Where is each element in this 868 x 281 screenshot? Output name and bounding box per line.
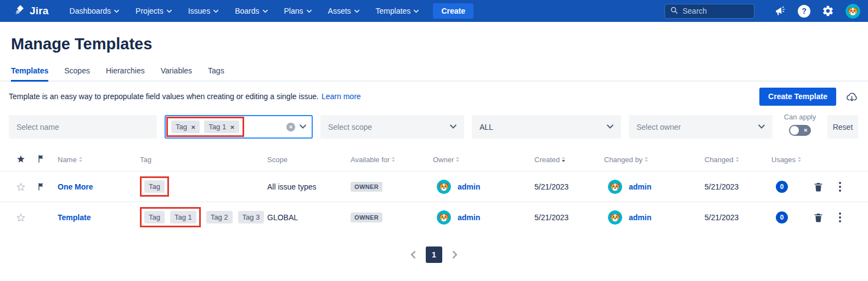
owner-avatar[interactable] — [437, 210, 451, 225]
owner-link[interactable]: admin — [458, 182, 480, 191]
name-filter-input[interactable] — [9, 115, 157, 139]
nav-item-plans[interactable]: Plans — [284, 7, 312, 15]
global-search[interactable] — [664, 4, 754, 19]
help-icon[interactable] — [798, 5, 810, 18]
sort-icon — [736, 157, 739, 162]
next-page-button[interactable] — [451, 251, 459, 259]
column-header-available-for[interactable]: Available for — [347, 156, 429, 164]
tag-chip: Tag 1 — [170, 211, 196, 223]
available-for-badge: OWNER — [351, 213, 382, 222]
kebab-menu-button[interactable] — [831, 213, 853, 222]
tab-tags[interactable]: Tags — [208, 66, 224, 82]
reset-button[interactable]: Reset — [827, 115, 858, 139]
remove-icon[interactable] — [230, 123, 234, 131]
table-header-row: Name Tag Scope Available for Owner Creat… — [0, 148, 868, 171]
scope-cell: All issue types — [263, 182, 347, 191]
owner-avatar[interactable] — [437, 180, 451, 194]
owner-filter-select[interactable]: Select owner — [629, 115, 773, 139]
tab-hierarchies[interactable]: Hierarchies — [106, 66, 145, 82]
available-for-badge: OWNER — [351, 182, 382, 192]
flag-icon[interactable] — [33, 182, 54, 192]
table-row: Template Tag Tag 1 Tag 2 Tag 3 GLOBAL OW… — [0, 202, 868, 232]
tag-chip-label: Tag 1 — [208, 123, 226, 131]
column-header-owner[interactable]: Owner — [429, 156, 531, 164]
sort-icon — [645, 157, 648, 162]
changed-cell: 5/21/2023 — [701, 182, 768, 191]
create-template-button[interactable]: Create Template — [759, 88, 836, 106]
column-header-usages[interactable]: Usages — [768, 156, 809, 164]
template-name-link[interactable]: One More — [58, 182, 93, 191]
changed-by-avatar[interactable] — [608, 180, 622, 194]
chevron-down-icon — [114, 7, 119, 15]
owner-filter-placeholder: Select owner — [636, 123, 681, 131]
nav-item-boards[interactable]: Boards — [235, 7, 267, 15]
tab-templates[interactable]: Templates — [11, 66, 48, 82]
learn-more-link[interactable]: Learn more — [322, 92, 361, 101]
column-header-changed[interactable]: Changed — [701, 156, 768, 164]
changed-by-link[interactable]: admin — [629, 182, 651, 191]
star-icon — [13, 154, 26, 165]
nav-item-assets[interactable]: Assets — [328, 7, 359, 15]
nav-item-label: Dashboards — [70, 7, 111, 15]
star-toggle-button[interactable] — [13, 182, 26, 192]
clear-icon[interactable] — [286, 123, 295, 131]
remove-icon[interactable] — [191, 123, 195, 131]
nav-item-label: Issues — [188, 7, 210, 15]
nav-item-templates[interactable]: Templates — [376, 7, 419, 15]
usages-badge[interactable]: 0 — [776, 211, 788, 223]
column-header-name[interactable]: Name — [54, 156, 136, 164]
previous-page-button[interactable] — [409, 251, 417, 259]
can-apply-toggle[interactable] — [789, 125, 811, 136]
create-button[interactable]: Create — [433, 3, 474, 19]
delete-button[interactable] — [809, 181, 831, 192]
usages-badge[interactable]: 0 — [776, 181, 788, 193]
tab-scopes[interactable]: Scopes — [64, 66, 90, 82]
user-avatar[interactable] — [846, 4, 860, 19]
toggle-x-icon — [803, 125, 808, 136]
chevron-down-icon — [213, 7, 218, 15]
pagination: 1 — [0, 246, 868, 263]
scope-filter-placeholder: Select scope — [328, 123, 372, 131]
kebab-menu-button[interactable] — [831, 182, 853, 192]
scope-filter-select[interactable]: Select scope — [320, 115, 464, 139]
chevron-down-icon — [607, 123, 613, 131]
chevron-down-icon — [450, 123, 456, 131]
can-apply-label: Can apply — [784, 113, 816, 121]
nav-item-label: Plans — [284, 7, 303, 15]
star-column-header[interactable] — [9, 154, 33, 165]
templates-table: Name Tag Scope Available for Owner Creat… — [0, 148, 868, 232]
nav-item-label: Assets — [328, 7, 351, 15]
created-cell: 5/21/2023 — [531, 213, 600, 222]
current-page-button[interactable]: 1 — [426, 246, 442, 263]
chevron-down-icon[interactable] — [300, 122, 306, 132]
changed-by-link[interactable]: admin — [629, 213, 651, 222]
tag-filter-select[interactable]: Tag Tag 1 — [165, 115, 313, 139]
nav-item-label: Boards — [235, 7, 259, 15]
chevron-down-icon — [758, 123, 765, 131]
search-input[interactable] — [683, 7, 743, 15]
tab-variables[interactable]: Variables — [161, 66, 192, 82]
nav-item-issues[interactable]: Issues — [188, 7, 218, 15]
tag-chip[interactable]: Tag 1 — [204, 121, 239, 133]
toggle-knob — [790, 126, 799, 135]
flag-column-header[interactable] — [33, 154, 54, 165]
column-header-changed-by[interactable]: Changed by — [600, 156, 701, 164]
cloud-download-icon[interactable] — [844, 90, 859, 103]
changed-by-avatar[interactable] — [608, 210, 622, 225]
delete-button[interactable] — [809, 212, 831, 223]
megaphone-icon[interactable] — [774, 5, 786, 17]
sort-icon — [456, 157, 459, 162]
tag-chip: Tag — [144, 211, 165, 223]
chevron-down-icon — [263, 7, 268, 15]
template-name-link[interactable]: Template — [58, 213, 91, 222]
jira-logo[interactable]: Jira — [14, 4, 49, 18]
nav-item-dashboards[interactable]: Dashboards — [70, 7, 120, 15]
owner-link[interactable]: admin — [458, 213, 480, 222]
column-header-created[interactable]: Created — [531, 156, 600, 164]
gear-icon[interactable] — [822, 5, 834, 17]
available-for-filter-select[interactable]: ALL — [472, 115, 621, 139]
star-toggle-button[interactable] — [13, 213, 26, 222]
jira-logo-icon — [14, 4, 26, 18]
tag-chip[interactable]: Tag — [171, 121, 200, 133]
nav-item-projects[interactable]: Projects — [136, 7, 172, 15]
